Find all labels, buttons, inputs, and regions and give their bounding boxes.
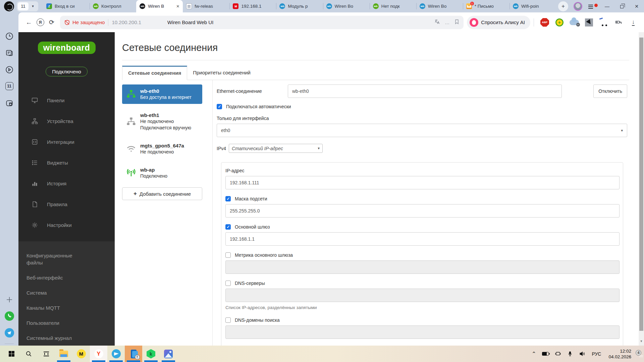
sidebar-item-settings[interactable]: Настройки: [18, 215, 115, 235]
dns-search-checkbox[interactable]: [225, 317, 231, 323]
sidebar-item-web-interface[interactable]: Веб-интерфейс: [18, 270, 96, 285]
close-window-button[interactable]: ✕: [629, 4, 644, 9]
interface-select[interactable]: eth0 ▾: [217, 124, 627, 137]
photos-app-button[interactable]: [160, 346, 177, 362]
reload-icon[interactable]: ⟳: [46, 18, 57, 26]
sidebar-item-integrations[interactable]: Интеграции: [18, 131, 115, 152]
more-actions-icon[interactable]: …: [445, 20, 449, 25]
subnet-mask-input[interactable]: [225, 204, 620, 218]
tab-ip[interactable]: М 192.168.1: [229, 0, 276, 12]
avatar[interactable]: [574, 2, 582, 11]
page-scrollbar[interactable]: ▼: [639, 32, 644, 346]
address-bar[interactable]: Не защищено 10.200.200.1 Wiren Board Web…: [60, 16, 464, 29]
dns-servers-input[interactable]: [225, 289, 620, 302]
ip-address-input[interactable]: [225, 176, 620, 189]
password-manager-icon[interactable]: [611, 18, 626, 26]
tab-controller[interactable]: wb Контролл: [90, 0, 136, 12]
cursor-extension-icon[interactable]: [582, 18, 596, 26]
autoconnect-checkbox[interactable]: [217, 104, 222, 109]
downloads-icon[interactable]: ↓: [626, 19, 641, 26]
scrollbar-down-arrow[interactable]: ▼: [639, 340, 644, 343]
tab-no-connection[interactable]: wb Нет подк: [370, 0, 416, 12]
sidebar-item-widgets[interactable]: Виджеты: [18, 152, 115, 173]
tab-wiren-2[interactable]: wb Wiren Bo: [323, 0, 370, 12]
ask-alice-button[interactable]: Спросить Алису AI: [467, 16, 530, 29]
back-icon[interactable]: ←: [23, 19, 35, 26]
connection-item-wb-eth1[interactable]: wb-eth1 Не подключено Подключается вручн…: [122, 109, 202, 134]
cloud-extension-icon[interactable]: от: [567, 20, 582, 25]
close-tab-icon[interactable]: ✕: [176, 4, 179, 9]
connection-name-input[interactable]: [288, 84, 562, 98]
connection-item-wb-ap[interactable]: wb-ap Подключено: [122, 163, 202, 183]
translate-icon[interactable]: [434, 19, 440, 26]
screenshot-icon[interactable]: [0, 99, 18, 108]
subnet-mask-checkbox[interactable]: [225, 196, 231, 201]
gateway-checkbox[interactable]: [225, 224, 231, 230]
sidebar-item-history[interactable]: История: [18, 173, 115, 194]
microphone-icon[interactable]: [567, 351, 573, 357]
tab-mail[interactable]: 1 * Письмо: [463, 0, 509, 12]
telegram-app-button[interactable]: [107, 346, 125, 362]
taskbar-search-button[interactable]: [20, 346, 38, 362]
phone-link-button[interactable]: !: [125, 346, 142, 362]
add-connection-button[interactable]: + Добавить соединение: [122, 187, 202, 200]
clock[interactable]: 12:02 04.02.2026: [608, 348, 631, 360]
connection-item-wb-eth0[interactable]: wb-eth0 Без доступа в интернет: [122, 84, 202, 104]
gateway-metric-input[interactable]: [225, 260, 620, 274]
battery-icon[interactable]: [542, 352, 549, 356]
cast-screen-icon[interactable]: [555, 351, 561, 357]
file-explorer-button[interactable]: [55, 346, 72, 362]
dns-search-input[interactable]: [225, 325, 620, 339]
cart-extension-icon[interactable]: [596, 19, 611, 26]
gateway-metric-checkbox[interactable]: [225, 252, 231, 258]
sidebar-item-users[interactable]: Пользователи: [18, 315, 96, 330]
sidebar-item-devices[interactable]: Устройства: [18, 111, 115, 131]
task-view-button[interactable]: [38, 346, 55, 362]
tabs-panel-icon[interactable]: 11: [0, 82, 18, 90]
yandex-browser-button[interactable]: Y: [90, 346, 107, 362]
tab-network-connections[interactable]: Сетевые соединения: [122, 66, 187, 80]
tab-wiren-active[interactable]: wb Wiren B ✕: [136, 0, 183, 12]
dns-servers-checkbox[interactable]: [225, 281, 231, 286]
tab-connection-priorities[interactable]: Приоритеты соединений: [187, 66, 256, 80]
yandex-home-icon[interactable]: Я: [35, 18, 46, 26]
tray-expand-icon[interactable]: ⌃: [532, 351, 536, 357]
whatsapp-icon[interactable]: [0, 311, 18, 321]
scrollbar-thumb[interactable]: [639, 38, 643, 331]
language-indicator[interactable]: РУС: [592, 351, 601, 357]
speaker-icon[interactable]: [579, 351, 585, 357]
minimize-button[interactable]: —: [600, 4, 614, 9]
tab-zont[interactable]: Z Вход в си: [43, 0, 90, 12]
bookmark-icon[interactable]: [454, 19, 460, 26]
tab-wifi-point[interactable]: wb Wifi-poin: [509, 0, 556, 12]
telegram-icon[interactable]: [0, 328, 18, 338]
sidebar-item-mqtt-channels[interactable]: Каналы MQTT: [18, 300, 96, 315]
antivirus-extension-icon[interactable]: +: [552, 18, 567, 26]
sidebar-item-label: Правила: [47, 201, 67, 207]
adblock-extension-icon[interactable]: ABP: [537, 18, 552, 27]
feed-icon[interactable]: [0, 49, 18, 57]
ipv4-mode-select[interactable]: Статический IP-адрес ▾: [229, 144, 323, 153]
miro-app-button[interactable]: M: [72, 346, 90, 362]
connection-item-mgts-gpon[interactable]: mgts_gpon5_647a Не подключено: [122, 139, 202, 159]
tab-counter[interactable]: 11 ▾: [17, 1, 38, 11]
browser-logo-icon[interactable]: [4, 1, 14, 11]
start-button[interactable]: [3, 346, 20, 362]
kaspersky-app-button[interactable]: k: [142, 346, 160, 362]
sidebar-item-config-files[interactable]: Конфигурационные файлы: [18, 248, 96, 270]
tab-fw-release[interactable]: fw-releas: [183, 0, 229, 12]
new-tab-button[interactable]: +: [558, 1, 568, 11]
sidebar-item-panels[interactable]: Панели: [18, 90, 115, 111]
disconnect-button[interactable]: Отключить: [593, 84, 627, 98]
restore-button[interactable]: [614, 4, 629, 9]
tab-module[interactable]: wb Модуль р: [276, 0, 323, 12]
sidebar-item-rules[interactable]: Правила: [18, 194, 115, 215]
tab-wiren-3[interactable]: wb Wiren Bo: [416, 0, 463, 12]
gateway-input[interactable]: [225, 232, 620, 246]
add-panel-icon[interactable]: [0, 296, 18, 304]
connection-status-badge[interactable]: Подключено: [46, 67, 88, 76]
play-icon[interactable]: [0, 65, 18, 74]
history-icon[interactable]: [0, 32, 18, 41]
sidebar-item-system-log[interactable]: Системный журнал: [18, 330, 96, 346]
sidebar-item-system[interactable]: Система: [18, 285, 96, 300]
